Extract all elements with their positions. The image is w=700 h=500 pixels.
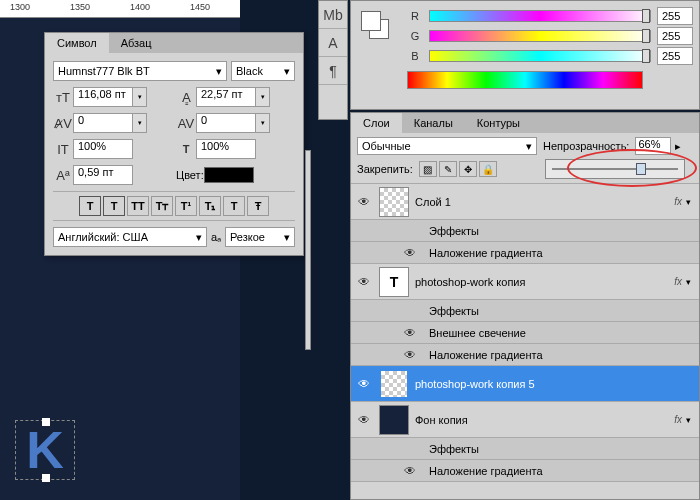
layer-effect-item[interactable]: 👁Наложение градиента bbox=[351, 460, 699, 482]
opacity-flyout-icon[interactable]: ▸ bbox=[675, 140, 681, 153]
layer-item[interactable]: 👁Фон bbox=[351, 482, 699, 484]
b-slider[interactable] bbox=[429, 50, 651, 62]
faux-italic-button[interactable]: T bbox=[103, 196, 125, 216]
blend-mode-select[interactable]: Обычные▾ bbox=[357, 137, 537, 155]
vscale-input[interactable]: 100% bbox=[73, 139, 133, 159]
paragraph-panel-icon[interactable]: ¶ bbox=[319, 57, 347, 85]
layer-list[interactable]: 👁Слой 1fx▾Эффекты👁Наложение градиента👁Tp… bbox=[351, 184, 699, 484]
hscale-input[interactable]: 100% bbox=[196, 139, 256, 159]
panel-resize-handle[interactable] bbox=[305, 150, 311, 350]
g-slider[interactable] bbox=[429, 30, 651, 42]
leading-input[interactable]: 22,57 пт bbox=[196, 87, 256, 107]
layer-thumbnail[interactable] bbox=[379, 405, 409, 435]
strikethrough-button[interactable]: Ŧ bbox=[247, 196, 269, 216]
layer-item[interactable]: 👁Слой 1fx▾ bbox=[351, 184, 699, 220]
small-caps-button[interactable]: Tᴛ bbox=[151, 196, 173, 216]
tab-channels[interactable]: Каналы bbox=[402, 113, 465, 133]
chevron-down-icon: ▾ bbox=[196, 231, 202, 244]
antialias-select[interactable]: Резкое▾ bbox=[225, 227, 295, 247]
lock-pixels-icon[interactable]: ✎ bbox=[439, 161, 457, 177]
r-input[interactable]: 255 bbox=[657, 7, 693, 25]
character-panel-icon[interactable]: A bbox=[319, 29, 347, 57]
underline-button[interactable]: T bbox=[223, 196, 245, 216]
font-family-select[interactable]: Humnst777 Blk BT▾ bbox=[53, 61, 227, 81]
text-color-swatch[interactable] bbox=[204, 167, 254, 183]
layer-name[interactable]: photoshop-work копия 5 bbox=[415, 378, 695, 390]
superscript-button[interactable]: T¹ bbox=[175, 196, 197, 216]
spectrum-ramp[interactable] bbox=[407, 71, 643, 89]
visibility-eye-icon[interactable]: 👁 bbox=[355, 413, 373, 427]
opacity-input[interactable]: 66% bbox=[635, 137, 671, 155]
visibility-eye-icon[interactable]: 👁 bbox=[401, 246, 419, 260]
layer-name[interactable]: Слой 1 bbox=[415, 196, 674, 208]
text-layer-bounds[interactable]: K bbox=[15, 420, 75, 480]
layer-name[interactable]: Фон копия bbox=[415, 414, 674, 426]
font-size-input[interactable]: 116,08 пт bbox=[73, 87, 133, 107]
layer-item[interactable]: 👁photoshop-work копия 5 bbox=[351, 366, 699, 402]
tab-layers[interactable]: Слои bbox=[351, 113, 402, 133]
dropdown-icon[interactable]: ▾ bbox=[133, 87, 147, 107]
layer-item[interactable]: 👁Tphotoshop-work копияfx▾ bbox=[351, 264, 699, 300]
visibility-eye-icon[interactable]: 👁 bbox=[401, 348, 419, 362]
slider-thumb[interactable] bbox=[642, 29, 650, 43]
dropdown-icon[interactable]: ▾ bbox=[133, 113, 147, 133]
all-caps-button[interactable]: TT bbox=[127, 196, 149, 216]
baseline-input[interactable]: 0,59 пт bbox=[73, 165, 133, 185]
visibility-eye-icon[interactable]: 👁 bbox=[401, 326, 419, 340]
slider-thumb[interactable] bbox=[636, 163, 646, 175]
fg-color-swatch[interactable] bbox=[361, 11, 381, 31]
layer-name[interactable]: photoshop-work копия bbox=[415, 276, 674, 288]
chevron-down-icon: ▾ bbox=[284, 231, 290, 244]
chevron-down-icon[interactable]: ▾ bbox=[686, 197, 691, 207]
faux-bold-button[interactable]: T bbox=[79, 196, 101, 216]
ruler-tick: 1350 bbox=[70, 2, 90, 12]
layer-effect-item[interactable]: Эффекты bbox=[351, 438, 699, 460]
slider-thumb[interactable] bbox=[642, 49, 650, 63]
kerning-icon: A̷V bbox=[53, 113, 73, 133]
opacity-slider[interactable] bbox=[545, 159, 685, 179]
font-style-value: Black bbox=[236, 65, 263, 77]
layer-thumbnail[interactable] bbox=[379, 369, 409, 399]
layer-effect-item[interactable]: 👁Наложение градиента bbox=[351, 344, 699, 366]
tab-paragraph[interactable]: Абзац bbox=[109, 33, 164, 53]
layer-effect-item[interactable]: 👁Внешнее свечение bbox=[351, 322, 699, 344]
b-input[interactable]: 255 bbox=[657, 47, 693, 65]
visibility-eye-icon[interactable]: 👁 bbox=[401, 464, 419, 478]
layer-effect-item[interactable]: 👁Наложение градиента bbox=[351, 242, 699, 264]
chevron-down-icon[interactable]: ▾ bbox=[686, 415, 691, 425]
layer-thumbnail[interactable]: T bbox=[379, 267, 409, 297]
visibility-eye-icon[interactable]: 👁 bbox=[355, 195, 373, 209]
chevron-down-icon[interactable]: ▾ bbox=[686, 277, 691, 287]
language-select[interactable]: Английский: США▾ bbox=[53, 227, 207, 247]
panel-icon[interactable]: Mb bbox=[319, 1, 347, 29]
layer-effect-item[interactable]: Эффекты bbox=[351, 300, 699, 322]
slider-thumb[interactable] bbox=[642, 9, 650, 23]
fx-badge[interactable]: fx bbox=[674, 414, 682, 425]
lock-transparency-icon[interactable]: ▨ bbox=[419, 161, 437, 177]
tab-paths[interactable]: Контуры bbox=[465, 113, 532, 133]
character-panel-tabs: Символ Абзац bbox=[45, 33, 303, 53]
tracking-input[interactable]: 0 bbox=[196, 113, 256, 133]
lock-position-icon[interactable]: ✥ bbox=[459, 161, 477, 177]
leading-icon: A͇ bbox=[176, 87, 196, 107]
kerning-input[interactable]: 0 bbox=[73, 113, 133, 133]
visibility-eye-icon[interactable]: 👁 bbox=[355, 275, 373, 289]
fx-badge[interactable]: fx bbox=[674, 196, 682, 207]
dropdown-icon[interactable]: ▾ bbox=[256, 87, 270, 107]
chevron-down-icon: ▾ bbox=[216, 65, 222, 78]
dropdown-icon[interactable]: ▾ bbox=[256, 113, 270, 133]
layers-tabs: Слои Каналы Контуры bbox=[351, 113, 699, 133]
layer-thumbnail[interactable] bbox=[379, 187, 409, 217]
font-style-select[interactable]: Black▾ bbox=[231, 61, 295, 81]
g-input[interactable]: 255 bbox=[657, 27, 693, 45]
r-slider[interactable] bbox=[429, 10, 651, 22]
lock-all-icon[interactable]: 🔒 bbox=[479, 161, 497, 177]
effect-name: Эффекты bbox=[429, 305, 695, 317]
fx-badge[interactable]: fx bbox=[674, 276, 682, 287]
subscript-button[interactable]: T₁ bbox=[199, 196, 221, 216]
tab-character[interactable]: Символ bbox=[45, 33, 109, 53]
ruler-horizontal: 1300 1350 1400 1450 bbox=[0, 0, 240, 18]
layer-effect-item[interactable]: Эффекты bbox=[351, 220, 699, 242]
visibility-eye-icon[interactable]: 👁 bbox=[355, 377, 373, 391]
layer-item[interactable]: 👁Фон копияfx▾ bbox=[351, 402, 699, 438]
